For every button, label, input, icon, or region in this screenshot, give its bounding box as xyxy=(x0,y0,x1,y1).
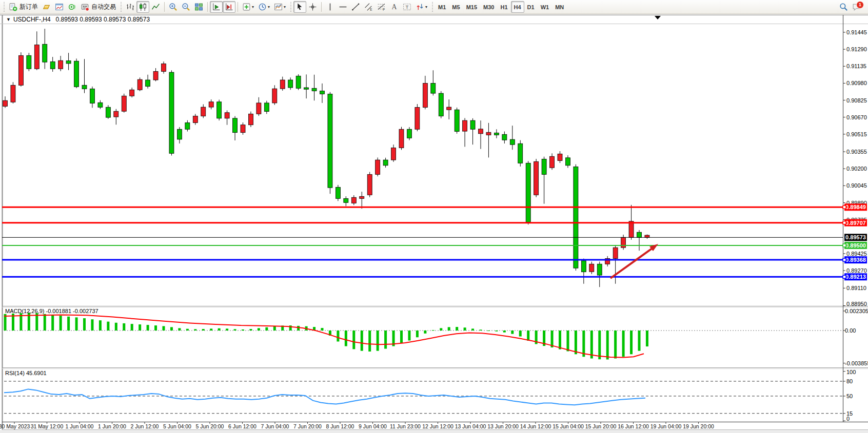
candle[interactable] xyxy=(50,61,55,69)
tf-d1-button[interactable]: D1 xyxy=(524,1,538,13)
tf-w1-button[interactable]: W1 xyxy=(538,1,553,13)
candle[interactable] xyxy=(344,198,348,202)
candle[interactable] xyxy=(447,107,451,110)
templates-button[interactable]: ▾ xyxy=(272,1,288,13)
candle[interactable] xyxy=(209,102,213,107)
auto-trading-button[interactable]: 自动交易 xyxy=(78,1,118,13)
candle[interactable] xyxy=(18,55,23,85)
candle[interactable] xyxy=(328,94,332,188)
tf-m1-button[interactable]: M1 xyxy=(435,1,449,13)
candle[interactable] xyxy=(439,93,443,116)
line-chart-mode-button[interactable] xyxy=(149,1,162,13)
candle[interactable] xyxy=(455,110,459,131)
new-order-button[interactable]: 新订单 xyxy=(7,1,40,13)
candle[interactable] xyxy=(589,264,594,272)
candle[interactable] xyxy=(217,102,222,118)
candle[interactable] xyxy=(376,160,380,174)
candle[interactable] xyxy=(407,129,411,138)
candle[interactable] xyxy=(241,125,245,133)
candle[interactable] xyxy=(296,76,301,88)
tf-m30-button[interactable]: M30 xyxy=(480,1,497,13)
arrows-button[interactable]: ▾ xyxy=(413,1,429,13)
tf-h1-button[interactable]: H1 xyxy=(497,1,510,13)
candle[interactable] xyxy=(597,264,602,275)
candle[interactable] xyxy=(169,72,174,153)
candle[interactable] xyxy=(423,83,427,107)
tf-m15-button[interactable]: M15 xyxy=(463,1,480,13)
candle[interactable] xyxy=(248,114,253,125)
alerts-button[interactable] xyxy=(66,1,78,13)
candle[interactable] xyxy=(233,118,238,133)
candle[interactable] xyxy=(558,154,562,160)
zoom-in-button[interactable] xyxy=(167,1,180,13)
bar-chart-mode-button[interactable] xyxy=(124,1,136,13)
candle[interactable] xyxy=(565,158,570,166)
candle[interactable] xyxy=(518,143,523,163)
chat-button[interactable]: 1 xyxy=(850,1,863,13)
candle[interactable] xyxy=(34,45,39,69)
text-button[interactable]: A xyxy=(388,1,401,13)
candle[interactable] xyxy=(130,90,134,96)
candle[interactable] xyxy=(637,232,642,237)
candle[interactable] xyxy=(510,139,515,145)
chart-shift-button[interactable] xyxy=(223,1,235,13)
candle[interactable] xyxy=(272,89,277,103)
candle[interactable] xyxy=(74,61,79,87)
candle[interactable] xyxy=(225,113,229,118)
candle[interactable] xyxy=(27,55,31,69)
candle[interactable] xyxy=(431,83,436,93)
candle[interactable] xyxy=(288,80,293,88)
candle[interactable] xyxy=(534,161,539,195)
tile-windows-button[interactable] xyxy=(192,1,205,13)
candle[interactable] xyxy=(98,102,103,107)
market-watch-button[interactable] xyxy=(40,1,53,13)
candle[interactable] xyxy=(479,129,483,134)
search-button[interactable] xyxy=(837,1,850,13)
candlestick-chart[interactable]: 0.914450.912900.911350.909800.908250.906… xyxy=(0,0,868,433)
candle[interactable] xyxy=(542,159,546,174)
candle[interactable] xyxy=(645,235,649,237)
candle[interactable] xyxy=(264,103,269,112)
candle[interactable] xyxy=(3,100,8,106)
candle[interactable] xyxy=(58,60,63,69)
candle[interactable] xyxy=(312,88,317,91)
candle[interactable] xyxy=(526,163,530,222)
candle[interactable] xyxy=(280,80,285,89)
tf-h4-button[interactable]: H4 xyxy=(511,1,524,13)
candle[interactable] xyxy=(502,134,507,140)
open-chart-button[interactable] xyxy=(53,1,66,13)
candle[interactable] xyxy=(185,122,190,129)
collapse-triangle-icon[interactable]: ▼ xyxy=(6,17,11,22)
candle[interactable] xyxy=(367,174,372,195)
candle[interactable] xyxy=(257,103,261,114)
candle[interactable] xyxy=(463,120,467,131)
tf-mn-button[interactable]: MN xyxy=(552,1,567,13)
tf-m5-button[interactable]: M5 xyxy=(449,1,463,13)
cursor-button[interactable] xyxy=(293,1,306,13)
candle[interactable] xyxy=(137,79,142,90)
candle[interactable] xyxy=(574,167,578,268)
candle[interactable] xyxy=(550,156,555,168)
candle[interactable] xyxy=(621,237,626,248)
candle[interactable] xyxy=(336,187,340,198)
candle[interactable] xyxy=(146,80,150,86)
candle[interactable] xyxy=(399,129,404,148)
fibonacci-button[interactable]: F xyxy=(375,1,388,13)
indicators-button[interactable]: ▾ xyxy=(240,1,256,13)
text-label-button[interactable]: T xyxy=(401,1,413,13)
candle[interactable] xyxy=(43,44,47,62)
candlestick-mode-button[interactable] xyxy=(136,1,149,13)
candle[interactable] xyxy=(470,120,475,129)
candle[interactable] xyxy=(177,129,182,139)
candle[interactable] xyxy=(11,85,15,102)
zoom-out-button[interactable] xyxy=(180,1,192,13)
candle[interactable] xyxy=(351,197,356,203)
candle[interactable] xyxy=(193,116,198,123)
periods-button[interactable]: ▾ xyxy=(256,1,272,13)
candle[interactable] xyxy=(629,221,634,237)
crosshair-button[interactable] xyxy=(306,1,319,13)
candle[interactable] xyxy=(162,64,166,71)
candle[interactable] xyxy=(486,132,491,135)
auto-scroll-button[interactable] xyxy=(210,1,223,13)
candle[interactable] xyxy=(82,85,87,89)
